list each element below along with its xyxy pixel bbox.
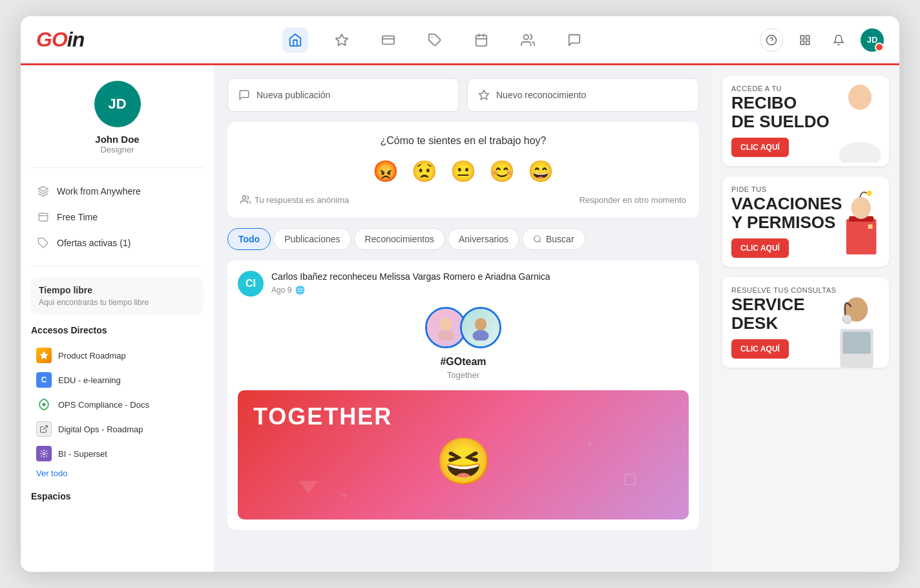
accesos-product-roadmap[interactable]: Product Roadmap (31, 343, 204, 368)
svg-line-21 (43, 426, 47, 430)
feed-card-meta: Ago 9 🌐 (271, 286, 689, 295)
tab-reconocimientos[interactable]: Reconocimientos (354, 228, 445, 250)
svg-rect-11 (800, 36, 804, 39)
svg-marker-15 (39, 187, 48, 192)
free-time-box-title: Tiempo libre (39, 285, 196, 295)
free-time-box-desc: Aquí encontrarás tu tiempo libre (39, 298, 196, 307)
feed-user-avatar: CI (238, 271, 264, 297)
together-emoji: 😆 (435, 435, 492, 488)
nav-center-icons (110, 27, 760, 53)
svg-rect-16 (39, 213, 48, 221)
free-time-section: Tiempo libre Aquí encontrarás tu tiempo … (31, 277, 204, 315)
minus-icon (36, 210, 50, 224)
feed-search-tab[interactable]: Buscar (522, 228, 585, 250)
promo-vacaciones-image (828, 183, 889, 260)
together-banner: TOGETHER 😆 + + (238, 390, 689, 520)
menu-work-from-anywhere[interactable]: Work from Anywhere (31, 178, 204, 204)
tab-todo[interactable]: Todo (227, 228, 271, 250)
svg-point-25 (534, 236, 540, 242)
svg-rect-1 (382, 36, 394, 44)
svg-rect-12 (806, 36, 810, 39)
help-icon[interactable] (760, 28, 783, 52)
nav-card[interactable] (375, 27, 401, 53)
mood-happy[interactable]: 😊 (488, 157, 516, 185)
svg-rect-4 (476, 35, 487, 45)
nueva-publicacion-btn[interactable]: Nueva publicación (227, 78, 459, 112)
profile-section: JD John Doe Designer (31, 81, 204, 168)
mood-skip[interactable]: Responder en otro momento (580, 195, 686, 205)
svg-rect-14 (806, 41, 810, 44)
svg-rect-41 (846, 219, 877, 255)
promo-servicedesk-card: RESUELVE TUS CONSULTAS SERVICEDESK CLIC … (722, 277, 889, 368)
center-feed: Nueva publicación Nuevo reconocimiento ¿… (214, 65, 712, 572)
feed-card-header: CI Carlos Ibañez reconheceu Melissa Varg… (227, 260, 699, 307)
menu-work-label: Work from Anywhere (57, 186, 141, 196)
nav-chat[interactable] (561, 27, 587, 53)
user-role: Designer (100, 145, 134, 154)
recognition-card: CI Carlos Ibañez reconheceu Melissa Varg… (227, 260, 699, 530)
espacios-title: Espacios (31, 491, 204, 501)
accesos-ops-compliance[interactable]: OPS Compliance - Docs (31, 392, 204, 417)
mood-sad[interactable]: 😟 (410, 157, 439, 185)
svg-point-28 (438, 330, 454, 341)
nav-calendar[interactable] (468, 27, 494, 53)
menu-free-time[interactable]: Free Time (31, 204, 204, 230)
accesos-edu-elearning[interactable]: C EDU - e-learning (31, 368, 204, 392)
promo-vacaciones-card: PIDE TUS VACACIONESY PERMISOS CLIC AQUÍ (722, 176, 889, 267)
svg-rect-13 (800, 41, 804, 44)
nav-home[interactable] (282, 27, 308, 53)
accesos-bi-superset[interactable]: BI - Superset (31, 441, 204, 466)
nav-tag[interactable] (422, 27, 448, 53)
grid-icon[interactable] (793, 28, 817, 52)
svg-point-20 (43, 403, 46, 406)
nav-right: JD (760, 28, 884, 52)
accesos-digital-ops[interactable]: Digital Ops - Roadmap (31, 417, 204, 441)
bell-icon[interactable] (827, 28, 850, 52)
digital-ops-icon (36, 421, 52, 437)
promo-vacaciones-btn[interactable]: CLIC AQUÍ (731, 238, 789, 258)
nuevo-reconocimiento-btn[interactable]: Nuevo reconocimiento (467, 78, 699, 112)
feed-tabs: Todo Publicaciones Reconocimientos Anive… (227, 228, 699, 250)
promo-recibo-image (824, 76, 889, 166)
tag-icon (36, 236, 50, 250)
svg-text:+: + (586, 437, 594, 451)
nav-star[interactable] (329, 27, 355, 53)
svg-rect-50 (843, 331, 871, 353)
search-label: Buscar (546, 234, 574, 244)
promo-recibo-btn[interactable]: CLIC AQUÍ (731, 138, 789, 157)
ops-icon (36, 397, 52, 412)
promo-servicedesk-btn[interactable]: CLIC AQUÍ (731, 339, 789, 359)
sidebar-menu: Work from Anywhere Free Time Ofertas act… (31, 178, 204, 267)
promo-recibo-card: ACCEDE A TU RECIBODE SUELDO CLIC AQUÍ (722, 76, 889, 166)
top-nav: GOin (21, 16, 899, 65)
nav-people[interactable] (515, 27, 541, 53)
feed-card-info: Carlos Ibañez reconheceu Melissa Vargas … (271, 271, 689, 295)
post-actions-row: Nueva publicación Nuevo reconocimiento (227, 78, 699, 112)
svg-rect-36 (625, 474, 635, 485)
tab-publicaciones[interactable]: Publicaciones (273, 228, 351, 250)
svg-point-8 (524, 34, 528, 39)
right-panel: ACCEDE A TU RECIBODE SUELDO CLIC AQUÍ PI (712, 65, 899, 572)
user-avatar-nav[interactable]: JD (861, 28, 884, 52)
mood-neutral[interactable]: 😐 (449, 157, 477, 185)
svg-point-39 (848, 86, 872, 109)
accesos-edu-label: EDU - e-learning (58, 375, 121, 385)
app-logo[interactable]: GOin (36, 28, 84, 52)
tab-aniversarios[interactable]: Aniversarios (448, 228, 519, 250)
user-name: John Doe (95, 134, 139, 145)
accesos-product-label: Product Roadmap (58, 351, 126, 361)
together-text: TOGETHER (253, 403, 392, 430)
accesos-directos-section: Accesos Directos Product Roadmap C EDU -… (31, 325, 204, 481)
svg-text:+: + (340, 488, 348, 503)
product-roadmap-icon (36, 348, 52, 363)
mood-angry[interactable]: 😡 (371, 157, 400, 185)
goteam-sub: Together (447, 370, 480, 380)
ver-todo-link[interactable]: Ver todo (31, 466, 72, 481)
svg-point-31 (473, 330, 489, 341)
svg-line-26 (539, 241, 541, 243)
avatar-ariadna (460, 307, 501, 348)
svg-point-40 (839, 142, 881, 163)
bi-icon (36, 446, 52, 461)
mood-very-happy[interactable]: 😄 (527, 157, 555, 185)
menu-ofertas-activas[interactable]: Ofertas activas (1) (31, 230, 204, 256)
